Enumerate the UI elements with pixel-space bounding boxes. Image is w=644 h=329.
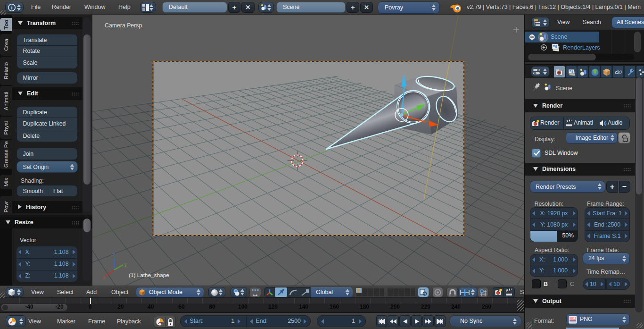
svg-text:z: z xyxy=(113,252,115,257)
svg-text:Camera Persp: Camera Persp xyxy=(105,22,142,29)
svg-text:i: i xyxy=(11,5,12,10)
svg-text:x: x xyxy=(103,275,105,280)
svg-text:(1) Lathe_shape: (1) Lathe_shape xyxy=(129,272,169,278)
svg-text:y: y xyxy=(124,262,127,267)
